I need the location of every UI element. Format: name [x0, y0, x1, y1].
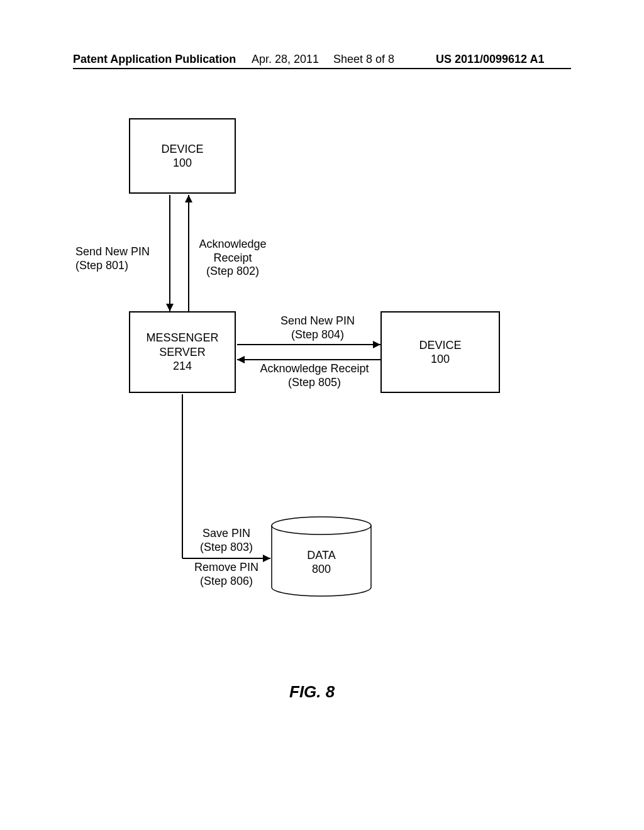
box-device-top-num: 100 [173, 156, 192, 170]
label-save-803: Save PIN (Step 803) [189, 527, 264, 554]
figure-caption: FIG. 8 [289, 682, 335, 702]
label-804-l2: (Step 804) [264, 328, 371, 342]
label-802-l2: Receipt [192, 252, 274, 265]
svg-marker-4 [185, 195, 192, 202]
label-804-l1: Send New PIN [264, 314, 371, 328]
label-801-l2: (Step 801) [75, 259, 164, 273]
box-device-right: DEVICE 100 [380, 311, 500, 393]
label-send-new-pin-804: Send New PIN (Step 804) [264, 314, 371, 341]
box-device-top: DEVICE 100 [129, 118, 236, 194]
label-806-l1: Remove PIN [189, 561, 264, 575]
box-device-top-title: DEVICE [161, 142, 203, 157]
svg-marker-2 [166, 304, 174, 311]
cylinder-data-title: DATA [307, 548, 335, 563]
label-ack-805: Acknowledge Receipt (Step 805) [252, 362, 377, 389]
svg-marker-6 [373, 341, 380, 348]
label-805-l2: (Step 805) [252, 376, 377, 390]
box-device-right-title: DEVICE [419, 338, 461, 353]
label-802-l1: Acknowledge [192, 238, 274, 252]
svg-marker-8 [237, 356, 245, 363]
label-ack-802: Acknowledge Receipt (Step 802) [192, 238, 274, 279]
label-remove-806: Remove PIN (Step 806) [189, 561, 264, 588]
label-send-new-pin-801: Send New PIN (Step 801) [75, 245, 164, 272]
label-803-l1: Save PIN [189, 527, 264, 541]
box-messenger-sub: SERVER [159, 345, 206, 360]
cylinder-data: DATA 800 [270, 516, 372, 597]
diagram: DEVICE 100 MESSENGER SERVER 214 DEVICE 1… [0, 0, 644, 830]
label-802-l3: (Step 802) [192, 265, 274, 279]
label-803-l2: (Step 803) [189, 541, 264, 555]
label-801-l1: Send New PIN [75, 245, 164, 259]
cylinder-data-num: 800 [312, 562, 331, 577]
label-806-l2: (Step 806) [189, 575, 264, 589]
arrows-overlay [0, 0, 644, 830]
label-805-l1: Acknowledge Receipt [252, 362, 377, 376]
box-messenger-server: MESSENGER SERVER 214 [129, 311, 236, 393]
box-messenger-title: MESSENGER [146, 331, 218, 345]
box-messenger-num: 214 [173, 359, 192, 374]
box-device-right-num: 100 [431, 352, 450, 367]
